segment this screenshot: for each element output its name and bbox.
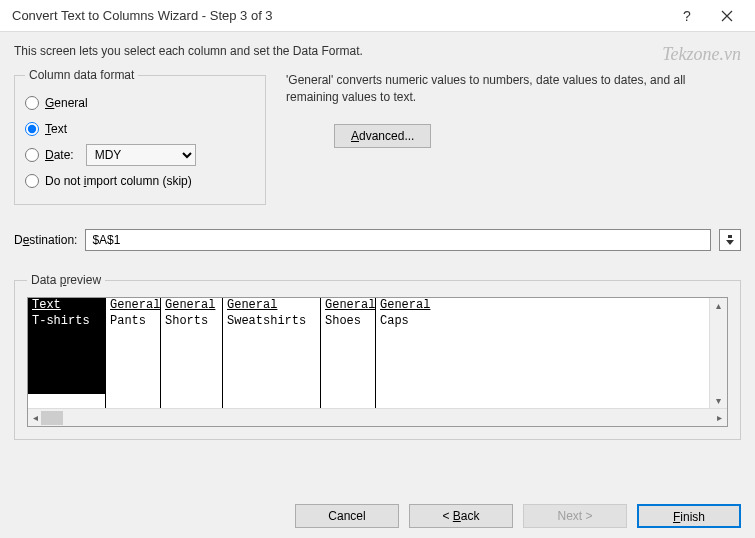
preview-column-value: Shorts	[161, 314, 222, 394]
data-preview-group: Data preview TextT-shirtsGeneralPantsGen…	[14, 273, 741, 440]
preview-columns[interactable]: TextT-shirtsGeneralPantsGeneralShortsGen…	[28, 298, 709, 408]
destination-label: Destination:	[14, 233, 77, 247]
preview-column-header: General	[106, 298, 160, 314]
titlebar: Convert Text to Columns Wizard - Step 3 …	[0, 0, 755, 32]
footer-buttons: Cancel < Back Next > Finish	[295, 504, 741, 528]
preview-column[interactable]: GeneralPants	[106, 298, 161, 408]
preview-column-header: General	[321, 298, 375, 314]
column-format-group: Column data format General Text Date: MD…	[14, 68, 266, 205]
window-title: Convert Text to Columns Wizard - Step 3 …	[12, 8, 667, 23]
preview-horizontal-scrollbar[interactable]: ◂ ▸	[28, 408, 727, 426]
radio-skip[interactable]	[25, 174, 39, 188]
preview-column-header: Text	[28, 298, 105, 314]
content-area: This screen lets you select each column …	[0, 32, 755, 458]
scroll-down-icon[interactable]: ▾	[716, 395, 721, 406]
advanced-button[interactable]: Advanced...	[334, 124, 431, 148]
radio-general-label[interactable]: General	[45, 96, 88, 110]
preview-column-value: Sweatshirts	[223, 314, 320, 394]
preview-column[interactable]: GeneralCaps	[376, 298, 709, 408]
preview-column[interactable]: GeneralShoes	[321, 298, 376, 408]
preview-column-header: General	[376, 298, 709, 314]
scroll-thumb[interactable]	[41, 411, 63, 425]
format-description: 'General' converts numeric values to num…	[286, 72, 741, 106]
radio-text-label[interactable]: Text	[45, 122, 67, 136]
preview-column[interactable]: TextT-shirts	[28, 298, 106, 408]
preview-column-value: Shoes	[321, 314, 375, 394]
preview-column-value: Caps	[376, 314, 709, 394]
preview-column-header: General	[161, 298, 222, 314]
cancel-button[interactable]: Cancel	[295, 504, 399, 528]
preview-vertical-scrollbar[interactable]: ▴ ▾	[709, 298, 727, 408]
range-selector-button[interactable]	[719, 229, 741, 251]
date-format-select[interactable]: MDY	[86, 144, 196, 166]
preview-column-value: Pants	[106, 314, 160, 394]
next-button: Next >	[523, 504, 627, 528]
preview-column[interactable]: GeneralSweatshirts	[223, 298, 321, 408]
radio-text[interactable]	[25, 122, 39, 136]
radio-date-label[interactable]: Date:	[45, 148, 74, 162]
radio-skip-label[interactable]: Do not import column (skip)	[45, 174, 192, 188]
preview-column-header: General	[223, 298, 320, 314]
scroll-left-icon[interactable]: ◂	[30, 412, 41, 423]
preview-legend: Data preview	[27, 273, 105, 287]
preview-box: TextT-shirtsGeneralPantsGeneralShortsGen…	[27, 297, 728, 427]
radio-date[interactable]	[25, 148, 39, 162]
preview-column-value: T-shirts	[28, 314, 105, 394]
radio-general[interactable]	[25, 96, 39, 110]
format-legend: Column data format	[25, 68, 138, 82]
close-button[interactable]	[707, 0, 747, 32]
scroll-up-icon[interactable]: ▴	[716, 300, 721, 311]
format-description-area: 'General' converts numeric values to num…	[286, 68, 741, 148]
finish-button[interactable]: Finish	[637, 504, 741, 528]
back-button[interactable]: < Back	[409, 504, 513, 528]
scroll-right-icon[interactable]: ▸	[714, 412, 725, 423]
destination-row: Destination:	[14, 229, 741, 251]
preview-column[interactable]: GeneralShorts	[161, 298, 223, 408]
help-button[interactable]: ?	[667, 0, 707, 32]
instruction-text: This screen lets you select each column …	[14, 44, 741, 58]
destination-input[interactable]	[85, 229, 711, 251]
